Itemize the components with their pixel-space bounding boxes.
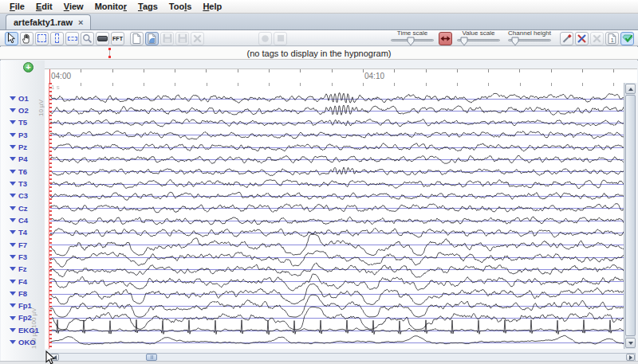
channel-dropdown-icon[interactable] bbox=[10, 243, 16, 247]
clear-filters-button bbox=[590, 32, 604, 45]
menu-help[interactable]: Help bbox=[197, 2, 227, 11]
channel-label-OKO[interactable]: OKO bbox=[10, 338, 36, 346]
tab-artefakty1-raw[interactable]: artefakty1.raw × bbox=[6, 14, 91, 29]
arrow-down-icon bbox=[628, 342, 633, 345]
scroll-down-button[interactable] bbox=[625, 338, 636, 348]
signal-filters-button[interactable] bbox=[575, 32, 589, 45]
channel-name: T6 bbox=[18, 168, 27, 176]
channel-name: F8 bbox=[18, 290, 27, 298]
channel-label-Fp2[interactable]: Fp2 bbox=[10, 314, 32, 323]
channel-name: F4 bbox=[18, 278, 27, 286]
channel-label-F8[interactable]: F8 bbox=[10, 289, 27, 298]
channel-dropdown-icon[interactable] bbox=[10, 255, 16, 259]
channel-label-P3[interactable]: P3 bbox=[10, 131, 28, 139]
channel-label-EKG1[interactable]: EKG1 bbox=[10, 326, 39, 335]
time-scale-slider[interactable]: Time scale bbox=[389, 31, 435, 45]
filtering-toggle-button[interactable] bbox=[620, 32, 634, 45]
menu-edit[interactable]: Edit bbox=[30, 2, 58, 11]
value-scale-slider[interactable]: Value scale bbox=[455, 31, 502, 45]
fft-button[interactable]: FFT bbox=[111, 32, 124, 45]
scroll-up-button[interactable] bbox=[625, 84, 636, 94]
vertical-scrollbar[interactable] bbox=[624, 83, 636, 349]
select-block-button[interactable] bbox=[35, 32, 49, 45]
select-channel-button[interactable] bbox=[65, 32, 79, 45]
channel-label-Fz[interactable]: Fz bbox=[10, 264, 27, 273]
fit-page-button[interactable] bbox=[439, 32, 452, 45]
channel-dropdown-icon[interactable] bbox=[10, 218, 16, 222]
arrow-select-button[interactable] bbox=[5, 32, 18, 45]
channel-height-slider[interactable]: Channel height bbox=[506, 31, 553, 45]
channel-dropdown-icon[interactable] bbox=[10, 280, 16, 284]
channel-name: Pz bbox=[18, 143, 27, 151]
channel-label-F4[interactable]: F4 bbox=[10, 277, 27, 286]
channel-dropdown-icon[interactable] bbox=[10, 96, 16, 100]
channel-label-Fp1[interactable]: Fp1 bbox=[10, 301, 32, 310]
channel-label-Cz[interactable]: Cz bbox=[10, 204, 28, 213]
channel-name: T3 bbox=[18, 180, 27, 188]
channel-dropdown-icon[interactable] bbox=[10, 157, 16, 161]
tag-info-button[interactable]: 1 bbox=[605, 32, 619, 45]
menu-bar: FileEditViewMonitorTagsToolsHelp bbox=[0, 0, 638, 14]
channel-dropdown-icon[interactable] bbox=[10, 328, 16, 332]
channel-dropdown-icon[interactable] bbox=[10, 108, 16, 112]
signal-montage-button[interactable] bbox=[560, 32, 573, 45]
channel-label-T5[interactable]: T5 bbox=[10, 118, 27, 127]
channel-name: O2 bbox=[18, 107, 29, 115]
scroll-right-button[interactable] bbox=[626, 354, 635, 361]
horizontal-scroll-thumb[interactable] bbox=[146, 354, 157, 361]
channel-dropdown-icon[interactable] bbox=[10, 303, 16, 307]
channel-label-F7[interactable]: F7 bbox=[10, 241, 27, 249]
channel-dropdown-icon[interactable] bbox=[10, 230, 16, 234]
tab-bar: artefakty1.raw × bbox=[0, 14, 638, 30]
channel-dropdown-icon[interactable] bbox=[10, 120, 16, 124]
channel-label-T3[interactable]: T3 bbox=[10, 179, 27, 188]
select-column-button[interactable] bbox=[50, 32, 64, 45]
channel-label-T4[interactable]: T4 bbox=[10, 228, 27, 237]
channel-label-C4[interactable]: C4 bbox=[10, 216, 28, 225]
channel-label-C3[interactable]: C3 bbox=[10, 191, 28, 200]
ruler-button[interactable] bbox=[96, 32, 109, 45]
ruler-icon bbox=[97, 36, 108, 41]
channel-dropdown-icon[interactable] bbox=[10, 206, 16, 210]
add-channel-button[interactable]: + bbox=[23, 62, 33, 72]
channel-dropdown-icon[interactable] bbox=[10, 292, 16, 296]
new-tag-document-button[interactable] bbox=[130, 32, 144, 45]
channel-label-Pz[interactable]: Pz bbox=[10, 143, 27, 151]
fft-icon: FFT bbox=[112, 36, 123, 41]
channel-label-O2[interactable]: O2 bbox=[10, 106, 29, 115]
channel-dropdown-icon[interactable] bbox=[10, 316, 16, 320]
menu-monitor[interactable]: Monitor bbox=[89, 2, 132, 11]
gem-check-icon bbox=[622, 33, 633, 44]
channel-label-P4[interactable]: P4 bbox=[10, 155, 28, 163]
channel-dropdown-icon[interactable] bbox=[10, 170, 16, 174]
dashed-col-icon bbox=[55, 33, 59, 43]
signal-plot[interactable] bbox=[50, 83, 624, 349]
channel-dropdown-icon[interactable] bbox=[10, 267, 16, 271]
channel-label-T6[interactable]: T6 bbox=[10, 167, 27, 176]
time-axis: 04:00 04:10 bbox=[45, 68, 637, 83]
menu-view[interactable]: View bbox=[58, 2, 89, 11]
status-bar bbox=[0, 361, 638, 364]
value-scale-label-top: 10 µV bbox=[37, 89, 45, 116]
channel-dropdown-icon[interactable] bbox=[10, 182, 16, 186]
channel-name: P4 bbox=[18, 155, 28, 163]
vertical-scroll-thumb[interactable] bbox=[625, 95, 636, 336]
channel-label-F3[interactable]: F3 bbox=[10, 252, 27, 261]
zoom-button[interactable] bbox=[81, 32, 94, 45]
channel-dropdown-icon[interactable] bbox=[10, 194, 16, 198]
menu-tools[interactable]: Tools bbox=[163, 2, 198, 11]
menu-file[interactable]: File bbox=[4, 2, 30, 11]
tab-close-icon[interactable]: × bbox=[78, 18, 83, 27]
menu-tags[interactable]: Tags bbox=[132, 2, 163, 11]
channel-dropdown-icon[interactable] bbox=[10, 145, 16, 149]
hand-pan-button[interactable] bbox=[20, 32, 33, 45]
red-fit-icon bbox=[440, 34, 451, 43]
open-tag-document-button[interactable] bbox=[145, 32, 159, 45]
channel-label-O1[interactable]: O1 bbox=[10, 94, 29, 103]
channel-dropdown-icon[interactable] bbox=[10, 340, 16, 344]
x-mark-icon bbox=[193, 34, 202, 43]
channel-dropdown-icon[interactable] bbox=[10, 133, 16, 137]
record-button bbox=[258, 32, 272, 45]
floppy-icon bbox=[163, 33, 172, 43]
channel-name: T4 bbox=[18, 229, 27, 237]
